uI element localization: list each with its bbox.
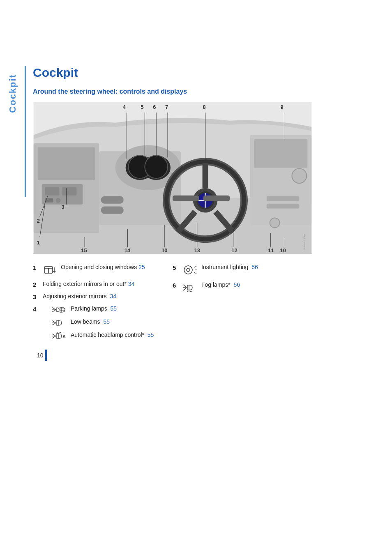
svg-point-86 (184, 266, 192, 274)
svg-line-80 (52, 336, 56, 339)
svg-rect-5 (62, 187, 76, 196)
item-2-link[interactable]: 34 (128, 281, 135, 287)
cockpit-illustration: 4 5 6 7 8 9 1 2 3 15 14 10 13 12 11 10 B… (33, 102, 312, 253)
sub-item-lowbeam: Low beams 55 (51, 318, 154, 327)
low-beams-link[interactable]: 55 (103, 318, 110, 325)
svg-text:7: 7 (165, 104, 168, 110)
item-number-6: 6 (173, 282, 181, 289)
item-1-text: Opening and closing windows 25 (61, 264, 173, 270)
svg-text:9: 9 (281, 104, 284, 110)
item-3-text: Adjusting exterior mirrors 34 (43, 293, 173, 299)
item-6-link[interactable]: 56 (234, 281, 240, 288)
svg-text:5: 5 (141, 104, 143, 110)
cockpit-diagram: 4 5 6 7 8 9 1 2 3 15 14 10 13 12 11 10 B… (33, 102, 312, 254)
svg-text:10: 10 (161, 247, 167, 253)
page-bar (45, 350, 47, 361)
item-4-subitems: Parking lamps 55 (51, 305, 154, 345)
auto-headlamp-text: Automatic headlamp control* 55 (71, 332, 154, 338)
svg-rect-2 (38, 147, 95, 180)
main-content: Cockpit Around the steering wheel: contr… (33, 0, 392, 361)
item-number-3: 3 (33, 293, 41, 300)
list-item: 6 (173, 281, 312, 293)
low-beams-text: Low beams 55 (71, 318, 110, 325)
svg-rect-28 (267, 196, 300, 201)
svg-text:BMW AG 2005: BMW AG 2005 (303, 234, 306, 250)
svg-text:A: A (62, 334, 66, 339)
svg-rect-94 (187, 285, 189, 290)
svg-rect-71 (60, 307, 62, 312)
svg-point-13 (145, 155, 168, 178)
item-2-text: Folding exterior mirrors in or out* 34 (43, 281, 173, 287)
items-col-left: 1 Opening and closing windows 25 (33, 264, 173, 361)
svg-rect-29 (267, 204, 300, 209)
list-item: 5 (173, 264, 312, 276)
svg-line-93 (183, 288, 187, 290)
svg-line-70 (52, 310, 56, 312)
svg-line-74 (52, 320, 56, 323)
svg-text:12: 12 (231, 247, 237, 253)
svg-text:8: 8 (203, 104, 206, 110)
parking-lamps-link[interactable]: 55 (110, 305, 117, 312)
list-item: 4 (33, 305, 173, 345)
item-number-1: 1 (33, 264, 41, 271)
svg-rect-6 (45, 198, 53, 203)
item-5-link[interactable]: 56 (251, 264, 258, 270)
svg-line-76 (52, 323, 56, 325)
sub-item-autoheadlamp: A Automatic headlamp control* 55 (51, 332, 154, 341)
svg-text:14: 14 (125, 247, 131, 253)
svg-line-91 (183, 285, 187, 288)
svg-text:11: 11 (268, 247, 274, 253)
svg-line-68 (52, 307, 56, 310)
svg-point-7 (56, 198, 61, 203)
svg-text:1: 1 (37, 240, 40, 246)
item-1-link[interactable]: 25 (138, 264, 145, 270)
item-5-text: Instrument lighting 56 (201, 264, 312, 270)
item-number-2: 2 (33, 281, 41, 288)
sub-item-parking: Parking lamps 55 (51, 305, 154, 314)
items-col-right: 5 (173, 264, 312, 361)
list-item: 3 Adjusting exterior mirrors 34 (33, 293, 173, 300)
svg-rect-15 (101, 207, 124, 214)
item-number-4: 4 (33, 306, 41, 313)
sidebar-label: Cockpit (7, 74, 18, 113)
svg-rect-27 (254, 139, 307, 168)
svg-text:4: 4 (123, 104, 126, 110)
item-6-text: Fog lamps* 56 (201, 281, 312, 288)
svg-point-31 (270, 218, 280, 228)
auto-headlamp-link[interactable]: 55 (148, 332, 154, 338)
svg-line-85 (58, 332, 58, 333)
left-border (25, 66, 26, 197)
svg-rect-77 (57, 320, 58, 325)
svg-rect-81 (57, 334, 58, 339)
page-number: 10 (37, 352, 44, 359)
svg-line-88 (194, 266, 196, 267)
parking-lamps-icon (51, 305, 67, 314)
svg-rect-14 (101, 196, 124, 204)
list-item: 1 Opening and closing windows 25 (33, 264, 173, 276)
window-icon (43, 264, 58, 276)
fog-lamps-icon (182, 282, 198, 293)
low-beams-icon (51, 318, 67, 327)
svg-text:6: 6 (153, 104, 156, 110)
auto-headlamp-icon: A (51, 332, 67, 341)
list-item: 2 Folding exterior mirrors in or out* 34 (33, 281, 173, 288)
item-3-link[interactable]: 34 (110, 293, 116, 299)
item-number-5: 5 (173, 264, 181, 271)
svg-line-90 (194, 272, 196, 274)
svg-point-87 (187, 268, 190, 272)
items-section: 1 Opening and closing windows 25 (33, 264, 312, 361)
svg-text:15: 15 (81, 247, 87, 253)
svg-line-84 (60, 332, 61, 333)
svg-text:3: 3 (61, 204, 64, 210)
svg-rect-33 (203, 196, 230, 201)
svg-point-30 (292, 168, 307, 183)
svg-text:2: 2 (37, 218, 40, 224)
page-number-section: 10 (37, 350, 173, 361)
svg-line-78 (52, 334, 56, 336)
svg-text:13: 13 (194, 247, 200, 253)
section-title: Around the steering wheel: controls and … (33, 88, 376, 95)
page-title: Cockpit (33, 66, 376, 80)
page-container: Cockpit Cockpit Around the steering whee… (0, 0, 392, 555)
svg-rect-32 (173, 196, 199, 201)
parking-lamps-text: Parking lamps 55 (71, 305, 117, 312)
